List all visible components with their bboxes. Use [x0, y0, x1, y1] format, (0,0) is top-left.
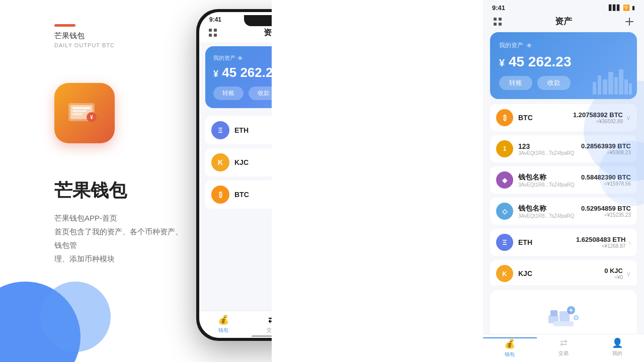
nav-wallet[interactable]: 💰 钱包 [199, 314, 248, 334]
app-logo-svg: ¥ [66, 95, 103, 131]
app-desc: 芒果钱包APP-首页 首页包含了我的资产、各个币种资产、钱包管 理、添加币种模块 [54, 211, 185, 265]
phone-card-amount: ¥ 45 262.23 [213, 65, 272, 80]
right-coin-123[interactable]: 1 123 3AvEQt1R8...TsZ4fpaRQ 0.28563939 B… [490, 135, 637, 162]
svg-rect-8 [214, 29, 217, 32]
right-statusbar: 9:41 ▋▋▋ 🛜 ▮ [483, 0, 644, 14]
right-plus-icon[interactable] [624, 16, 635, 27]
svg-rect-2 [72, 107, 91, 109]
red-bar [54, 24, 75, 27]
btc-info: BTC [518, 114, 573, 122]
right-card-label: 我的资产 👁 [499, 41, 628, 50]
eye-icon[interactable]: 👁 [237, 55, 243, 61]
right-nav-mine[interactable]: 👤 我的 [590, 337, 644, 358]
eth-info: ETH [518, 238, 576, 246]
kjc-info: KJC [234, 158, 272, 166]
svg-rect-38 [550, 310, 557, 316]
left-panel: 芒果钱包 DAILY OUTPUT BTC ¥ 芒果钱包 芒果钱包APP-首页 … [0, 0, 272, 362]
right-page-title: 资产 [503, 16, 624, 27]
phone-page-title: 资产 [264, 28, 272, 38]
svg-rect-10 [214, 34, 217, 37]
svg-rect-23 [499, 18, 502, 21]
kjc-icon: K [211, 153, 229, 171]
transfer-button[interactable]: 转账 [213, 86, 244, 100]
right-asset-card: 我的资产 👁 ¥ 45 262.23 转账 收款 [490, 32, 637, 99]
grid-icon[interactable] [207, 27, 218, 38]
svg-rect-9 [209, 34, 212, 37]
right-coin-list: ₿ BTC 1.20758392 BTC ≈¥36592.89 ∨ 1 123 … [483, 104, 644, 285]
eth-icon: Ξ [496, 234, 513, 251]
phone-notch [244, 15, 272, 26]
phone-asset-card: 我的资产 👁 ¥ 45 262.23 转账 收款 [205, 46, 272, 108]
phone-card-btns: 转账 收款 [213, 86, 272, 100]
eye-icon[interactable]: 👁 [526, 42, 532, 49]
btc-icon: ₿ [496, 109, 513, 126]
right-coin-wallet1[interactable]: ◆ 钱包名称 3AvEQt1R8...TsZ4fpaRQ 0.58482390 … [490, 166, 637, 194]
wallet-icon: 💰 [218, 314, 229, 325]
svg-rect-28 [593, 82, 596, 95]
btc-info: BTC [234, 191, 272, 199]
svg-rect-33 [619, 69, 623, 95]
svg-rect-31 [608, 72, 613, 95]
blue-blob-left2 [40, 282, 111, 352]
right-coin-kjc[interactable]: K KJC 0 KJC ≈¥0 ∨ [490, 260, 637, 285]
kjc-amount: 0 KJC ≈¥0 [604, 267, 623, 280]
coin-123-icon: 1 [496, 140, 513, 157]
right-receive-button[interactable]: 收款 [537, 76, 571, 90]
svg-rect-32 [614, 77, 618, 95]
right-status-icons: ▋▋▋ 🛜 ▮ [609, 5, 635, 11]
right-nav-trade[interactable]: ⇄ 交易 [537, 337, 591, 358]
coin-item-eth[interactable]: Ξ ETH 0 ETH ≈¥0 › [205, 116, 272, 144]
home-indicator [252, 335, 272, 337]
chevron-down-icon: ∨ [626, 269, 631, 278]
app-title: 芒果钱包 [54, 178, 127, 203]
right-topbar: 资产 [483, 14, 644, 32]
btc-icon: ₿ [211, 186, 229, 204]
import-svg [543, 300, 584, 330]
eth-info: ETH [234, 126, 272, 134]
svg-text:¥: ¥ [90, 115, 93, 120]
phone-coin-list: Ξ ETH 0 ETH ≈¥0 › K KJC [199, 112, 272, 217]
right-time: 9:41 [492, 4, 505, 12]
wallet-nav-icon: 💰 [504, 338, 515, 349]
app-icon: ¥ [54, 83, 115, 143]
right-nav-wallet[interactable]: 💰 钱包 [483, 337, 537, 358]
chevron-down-icon: ∨ [626, 114, 631, 122]
right-transfer-button[interactable]: 转账 [499, 76, 532, 90]
kjc-info: KJC [518, 269, 604, 278]
wallet1-amount: 0.58482390 BTC ≈¥15978.56 [581, 173, 631, 187]
signal-icon: ▋▋▋ [609, 5, 621, 11]
wallet2-icon: ◇ [496, 203, 513, 220]
app-icon-inner: ¥ [66, 95, 103, 131]
svg-rect-24 [494, 23, 497, 26]
right-coin-wallet2[interactable]: ◇ 钱包名称 3AvEQt1R8...TsZ4fpaRQ 0.52954859 … [490, 198, 637, 225]
right-city-bg [592, 64, 632, 97]
phone-frame: 9:41 ▋▋▋ 🛜 ▮ 资产 [196, 9, 272, 341]
coin-123-info: 123 3AvEQt1R8...TsZ4fpaRQ [518, 142, 581, 156]
svg-rect-22 [494, 18, 497, 21]
phone-card-label: 我的资产 👁 [213, 54, 272, 62]
right-coin-btc[interactable]: ₿ BTC 1.20758392 BTC ≈¥36592.89 ∨ [490, 104, 637, 131]
right-panel: 9:41 ▋▋▋ 🛜 ▮ 资产 我的资产 👁 ¥ 45 262.23 转账 收款 [483, 0, 644, 362]
eth-amount: 1.62508483 ETH ≈¥1268.87 [576, 236, 625, 249]
right-bottomnav: 💰 钱包 ⇄ 交易 👤 我的 [483, 334, 644, 362]
coin-item-btc[interactable]: ₿ BTC 0 BTC ≈¥0 › [205, 180, 272, 209]
wallet2-info: 钱包名称 3AvEQt1R8...TsZ4fpaRQ [518, 204, 581, 219]
svg-rect-4 [72, 113, 83, 115]
svg-rect-29 [598, 75, 601, 95]
svg-rect-35 [629, 83, 632, 95]
phone-bottomnav: 💰 钱包 ⇄ 交易 👤 我的 [199, 311, 272, 338]
right-grid-icon[interactable] [492, 16, 503, 27]
wallet1-info: 钱包名称 3AvEQt1R8...TsZ4fpaRQ [518, 173, 581, 188]
phone-topbar: 资产 [199, 25, 272, 42]
svg-rect-25 [499, 23, 502, 26]
trade-nav-icon: ⇄ [560, 337, 568, 348]
phone-mockup: 9:41 ▋▋▋ 🛜 ▮ 资产 [196, 9, 272, 341]
nav-trade[interactable]: ⇄ 交易 [248, 314, 272, 334]
svg-rect-34 [624, 79, 628, 95]
coin-123-amount: 0.28563939 BTC ≈¥5908.23 [581, 142, 631, 155]
right-coin-eth[interactable]: Ξ ETH 1.62508483 ETH ≈¥1268.87 › [490, 229, 637, 256]
coin-item-kjc[interactable]: K KJC 0 KJC ≈¥0 › [205, 148, 272, 176]
wallet1-icon: ◆ [496, 171, 513, 189]
receive-button[interactable]: 收款 [249, 86, 272, 100]
wallet2-amount: 0.52954859 BTC ≈¥15235.23 [581, 205, 631, 218]
